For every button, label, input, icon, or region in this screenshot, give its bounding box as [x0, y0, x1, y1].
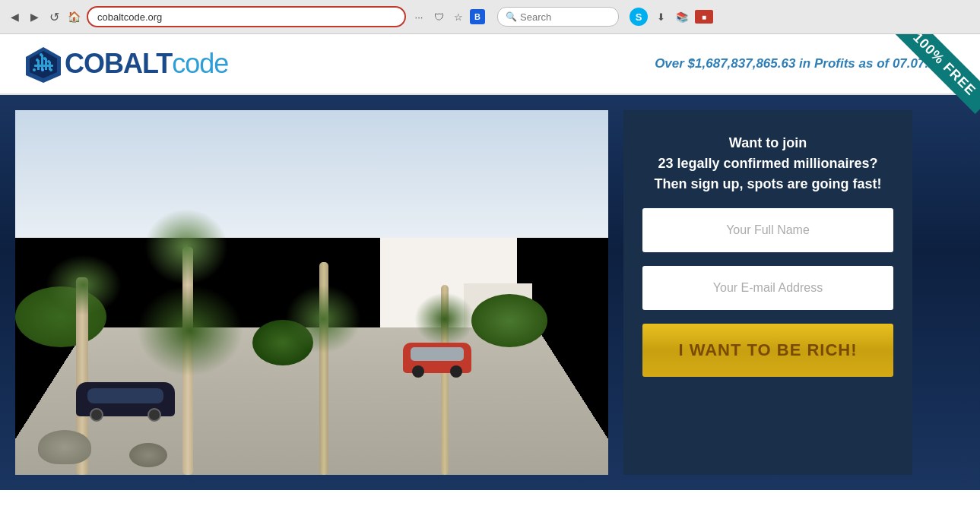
more-button[interactable]: ···: [411, 8, 427, 25]
browser-toolbar-icons: ··· 🛡 ☆ B: [411, 8, 485, 25]
full-name-input[interactable]: [642, 208, 893, 252]
svg-rect-4: [45, 59, 47, 70]
tree-3: [319, 262, 328, 475]
tree-4: [441, 285, 449, 475]
site-header: COBALTcode Over $1,687,837,865.63 in Pro…: [0, 34, 980, 95]
skype-icon[interactable]: S: [630, 8, 648, 26]
address-bar-container[interactable]: [87, 6, 406, 27]
home-button[interactable]: 🏠: [65, 8, 82, 25]
address-input[interactable]: [97, 11, 395, 23]
library-icon[interactable]: 📚: [674, 8, 690, 25]
dark-car: [76, 382, 175, 416]
logo-icon: [23, 43, 65, 85]
svg-point-11: [49, 68, 52, 71]
back-button[interactable]: ◀: [6, 8, 23, 25]
logo-cobalt: COBALT: [65, 48, 172, 80]
toolbar-right-icons: S ⬇ 📚 ■: [630, 8, 713, 26]
website-content: COBALTcode Over $1,687,837,865.63 in Pro…: [0, 34, 980, 525]
free-banner: 100% FREE: [889, 34, 980, 125]
bitwarden-icon[interactable]: B: [470, 9, 485, 24]
svg-rect-2: [41, 55, 43, 70]
download-icon[interactable]: ⬇: [652, 8, 669, 25]
browser-chrome: ◀ ▶ ↺ 🏠 ··· 🛡 ☆ B 🔍 S ⬇ 📚 ■: [0, 0, 980, 34]
search-bar-container[interactable]: 🔍: [497, 7, 619, 27]
red-car: [403, 343, 471, 373]
logo-code: code: [172, 48, 228, 80]
sky: [15, 110, 608, 238]
signup-heading: Want to join Want to join 23 legally con…: [642, 133, 893, 195]
svg-point-13: [41, 68, 44, 71]
cta-button[interactable]: I WANT TO BE RICH!: [642, 324, 893, 377]
pocket-icon[interactable]: 🛡: [430, 8, 447, 25]
bush-right: [471, 294, 547, 347]
bookmark-icon[interactable]: ☆: [450, 8, 467, 25]
forward-button[interactable]: ▶: [26, 8, 43, 25]
video-area[interactable]: [15, 110, 608, 475]
svg-point-7: [40, 53, 43, 56]
svg-rect-6: [34, 65, 53, 67]
tree-2: [182, 247, 193, 475]
logo-text: COBALTcode: [65, 48, 228, 80]
extension-icon[interactable]: ■: [695, 10, 713, 24]
search-input[interactable]: [520, 11, 611, 23]
signup-panel: Want to join Want to join 23 legally con…: [623, 110, 912, 475]
email-input[interactable]: [642, 266, 893, 310]
svg-point-10: [47, 60, 50, 63]
free-banner-text: 100% FREE: [895, 34, 980, 114]
svg-point-12: [33, 68, 36, 71]
search-icon: 🔍: [506, 11, 517, 22]
logo-area: COBALTcode: [23, 43, 228, 85]
svg-point-9: [43, 57, 46, 60]
svg-point-8: [36, 59, 39, 62]
reload-button[interactable]: ↺: [46, 8, 62, 25]
rock-1: [38, 430, 91, 464]
video-scene: [15, 110, 608, 475]
hero-section: Want to join Want to join 23 legally con…: [0, 95, 980, 490]
